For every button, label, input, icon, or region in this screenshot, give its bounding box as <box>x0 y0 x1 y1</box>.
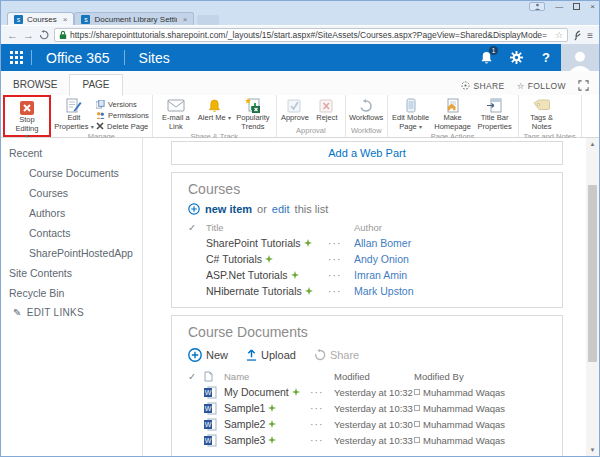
page-scrollbar[interactable]: ▲ ▼ <box>586 138 599 456</box>
nav-recycle-bin[interactable]: Recycle Bin <box>1 283 142 303</box>
nav-courses[interactable]: Courses <box>1 183 142 203</box>
nav-site-contents[interactable]: Site Contents <box>1 263 142 283</box>
browser-menu-icon[interactable]: ≡ <box>587 30 593 41</box>
upload-button[interactable]: Upload <box>246 349 296 361</box>
share-document-button[interactable]: Share <box>314 349 359 361</box>
app-launcher-waffle-icon[interactable] <box>1 51 31 64</box>
email-a-link-button[interactable]: E-mail a Link <box>156 97 196 131</box>
item-menu-ellipsis[interactable]: ··· <box>328 269 354 281</box>
stop-editing-button[interactable]: Stop Editing ▾ <box>7 99 47 140</box>
nav-course-documents[interactable]: Course Documents <box>1 163 142 183</box>
title-bar-properties-button[interactable]: Title Bar Properties <box>475 97 515 131</box>
modified-by-value[interactable]: Muhammad Waqas <box>423 435 505 446</box>
item-menu-ellipsis[interactable]: ··· <box>310 434 334 446</box>
document-name[interactable]: Sample2 <box>224 418 265 430</box>
author-link[interactable]: Mark Upston <box>354 285 546 297</box>
tab-courses[interactable]: s Courses × <box>7 12 74 25</box>
modified-by-value[interactable]: Muhammad Waqas <box>423 403 505 414</box>
tab-page[interactable]: PAGE <box>69 74 122 96</box>
course-title[interactable]: NHibernate Tutorials <box>206 285 302 297</box>
address-bar[interactable]: https://sharepointtutorials.sharepoint.c… <box>54 28 568 42</box>
sites-link[interactable]: Sites <box>125 50 184 66</box>
scroll-down-icon[interactable]: ▼ <box>586 447 599 453</box>
back-icon[interactable]: ← <box>7 30 18 41</box>
nav-authors[interactable]: Authors <box>1 203 142 223</box>
edit-mobile-page-button[interactable]: Edit Mobile Page ▾ <box>391 97 431 131</box>
forward-icon[interactable]: → <box>23 30 34 41</box>
close-window-button[interactable]: × <box>590 2 595 11</box>
tab-document-library-settings[interactable]: s Document Library Setting × <box>74 12 194 25</box>
item-menu-ellipsis[interactable]: ··· <box>310 402 334 414</box>
course-title[interactable]: ASP.Net Tutorials <box>206 269 288 281</box>
tab-close-icon[interactable]: × <box>183 15 188 24</box>
alert-me-button[interactable]: Alert Me ▾ <box>198 97 231 123</box>
edit-properties-button[interactable]: Edit Properties ▾ <box>54 97 94 131</box>
user-avatar[interactable] <box>561 44 599 71</box>
select-all-icon[interactable]: ✓ <box>188 371 204 382</box>
course-title[interactable]: C# Tutorials <box>206 253 262 265</box>
add-web-part-button[interactable]: Add a Web Part <box>171 141 563 165</box>
table-row[interactable]: W Sample2 ··· Yesterday at 10:30 AM Muha… <box>188 416 546 432</box>
focus-on-content-icon[interactable] <box>578 80 589 91</box>
scroll-up-icon[interactable]: ▲ <box>586 141 599 147</box>
author-link[interactable]: Imran Amin <box>354 269 546 281</box>
notifications-bell-button[interactable]: 1 <box>471 44 501 71</box>
edit-links-button[interactable]: ✎ EDIT LINKS <box>1 303 142 322</box>
item-menu-ellipsis[interactable]: ··· <box>310 418 334 430</box>
nav-contacts[interactable]: Contacts <box>1 223 142 243</box>
table-row[interactable]: NHibernate Tutorials ··· Mark Upston <box>188 283 546 299</box>
column-header-name[interactable]: Name <box>224 371 310 382</box>
extension-icon[interactable] <box>573 30 582 41</box>
versions-button[interactable]: Versions <box>96 99 149 109</box>
modified-by-value[interactable]: Muhammad Waqas <box>423 419 505 430</box>
bookmark-star-icon[interactable]: ☆ <box>555 30 563 40</box>
popularity-trends-button[interactable]: Popularity Trends <box>233 97 273 131</box>
scrollbar-thumb[interactable] <box>588 185 597 362</box>
office-365-brand[interactable]: Office 365 <box>32 50 124 66</box>
share-button[interactable]: SHARE <box>461 81 504 91</box>
author-link[interactable]: Allan Bomer <box>354 237 546 249</box>
maximize-button[interactable] <box>573 3 580 10</box>
reject-button[interactable]: Reject <box>312 97 342 123</box>
table-row[interactable]: W My Document ··· Yesterday at 10:32 AM … <box>188 384 546 400</box>
workflows-button[interactable]: Workflows <box>349 97 383 123</box>
follow-button[interactable]: ☆ FOLLOW <box>517 81 566 91</box>
help-button[interactable]: ? <box>531 44 561 71</box>
new-item-link[interactable]: new item <box>205 203 252 215</box>
table-row[interactable]: W Sample3 ··· Yesterday at 10:33 AM Muha… <box>188 432 546 448</box>
item-menu-ellipsis[interactable]: ··· <box>328 253 354 265</box>
edit-list-link[interactable]: edit <box>272 203 290 215</box>
document-name[interactable]: Sample3 <box>224 434 265 446</box>
document-name[interactable]: My Document <box>224 386 289 398</box>
column-header-modified-by[interactable]: Modified By <box>414 371 546 382</box>
table-row[interactable]: SharePoint Tutorials ··· Allan Bomer <box>188 235 546 251</box>
item-menu-ellipsis[interactable]: ··· <box>328 285 354 297</box>
document-name[interactable]: Sample1 <box>224 402 265 414</box>
table-row[interactable]: ASP.Net Tutorials ··· Imran Amin <box>188 267 546 283</box>
tab-close-icon[interactable]: × <box>63 15 68 24</box>
delete-page-button[interactable]: Delete Page <box>96 121 149 131</box>
table-row[interactable]: W Sample1 ··· Yesterday at 10:33 AM Muha… <box>188 400 546 416</box>
refresh-icon[interactable] <box>39 30 49 40</box>
column-header-author[interactable]: Author <box>354 222 546 233</box>
column-header-title[interactable]: Title <box>206 222 328 233</box>
modified-by-value[interactable]: Muhammad Waqas <box>423 387 505 398</box>
browser-profile-button[interactable] <box>529 2 545 11</box>
select-all-icon[interactable]: ✓ <box>188 222 206 233</box>
item-menu-ellipsis[interactable]: ··· <box>328 237 354 249</box>
permissions-button[interactable]: Permissions <box>96 110 149 120</box>
column-header-modified[interactable]: Modified <box>334 371 414 382</box>
tab-browse[interactable]: BROWSE <box>1 75 69 95</box>
nav-sharepointhostedapp[interactable]: SharePointHostedApp <box>1 243 142 263</box>
new-tab-button[interactable] <box>197 15 219 25</box>
item-menu-ellipsis[interactable]: ··· <box>310 386 334 398</box>
minimize-button[interactable]: — <box>555 2 563 11</box>
course-title[interactable]: SharePoint Tutorials <box>206 237 301 249</box>
make-homepage-button[interactable]: Make Homepage <box>433 97 473 131</box>
tags-notes-button[interactable]: Tags & Notes <box>522 97 562 131</box>
table-row[interactable]: C# Tutorials ··· Andy Onion <box>188 251 546 267</box>
approve-button[interactable]: Approve <box>280 97 310 123</box>
new-document-button[interactable]: New <box>188 348 228 362</box>
author-link[interactable]: Andy Onion <box>354 253 546 265</box>
new-item-plus-icon[interactable] <box>188 203 200 215</box>
